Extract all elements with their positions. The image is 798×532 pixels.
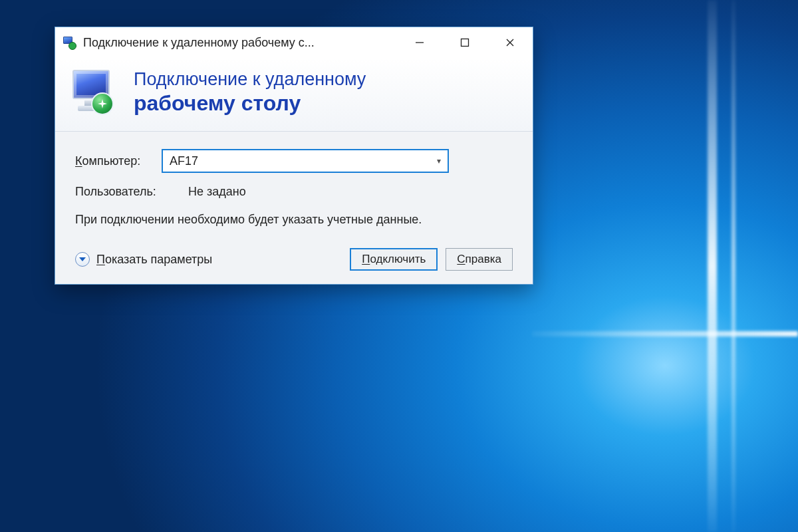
- rdp-monitor-icon: [68, 68, 119, 116]
- dialog-header: Подключение к удаленному рабочему столу: [55, 58, 533, 132]
- maximize-button[interactable]: [442, 27, 487, 58]
- chevron-down-icon: ▾: [437, 156, 441, 166]
- expand-down-icon: [75, 252, 90, 267]
- minimize-button[interactable]: [397, 27, 442, 58]
- titlebar[interactable]: Подключение к удаленному рабочему с...: [55, 27, 533, 58]
- header-line2: рабочему столу: [134, 91, 366, 116]
- user-value: Не задано: [188, 185, 246, 199]
- rdp-dialog: Подключение к удаленному рабочему с... П…: [55, 27, 533, 285]
- show-options-label: Показать параметры: [96, 253, 212, 267]
- help-button[interactable]: Справка: [446, 248, 513, 271]
- window-title: Подключение к удаленному рабочему с...: [83, 36, 397, 50]
- dialog-body: Компьютер: AF17 ▾ Пользователь: Не задан…: [55, 132, 533, 284]
- svg-rect-1: [462, 39, 469, 47]
- connect-button[interactable]: Подключить: [350, 248, 438, 271]
- show-options-toggle[interactable]: Показать параметры: [75, 252, 212, 267]
- desktop-light-horizon: [532, 331, 798, 336]
- app-icon: [62, 35, 76, 50]
- computer-value: AF17: [170, 154, 198, 168]
- computer-label: Компьютер:: [75, 154, 162, 168]
- credentials-info: При подключении необходимо будет указать…: [75, 211, 513, 228]
- desktop-light-streak: [708, 0, 717, 532]
- desktop-light-streak: [732, 0, 735, 532]
- header-line1: Подключение к удаленному: [134, 69, 366, 90]
- close-button[interactable]: [487, 27, 533, 58]
- user-label: Пользователь:: [75, 185, 188, 199]
- computer-combobox[interactable]: AF17 ▾: [162, 149, 449, 173]
